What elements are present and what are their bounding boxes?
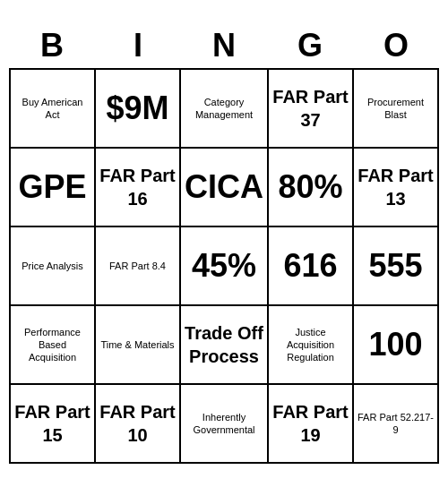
- header-letter-O: O: [353, 23, 439, 68]
- bingo-cell-r2-c3: CICA: [181, 149, 269, 227]
- bingo-grid: Buy American Act$9MCategory ManagementFA…: [9, 68, 439, 464]
- bingo-card: BINGO Buy American Act$9MCategory Manage…: [9, 23, 439, 464]
- bingo-cell-r3-c3: 45%: [181, 227, 269, 306]
- bingo-cell-r1-c2: $9M: [96, 70, 181, 149]
- bingo-cell-r2-c4: 80%: [269, 149, 354, 227]
- bingo-cell-r4-c3: Trade Off Process: [181, 306, 269, 385]
- bingo-cell-r3-c2: FAR Part 8.4: [96, 227, 181, 306]
- bingo-cell-r1-c5: Procurement Blast: [354, 70, 439, 149]
- bingo-cell-r3-c5: 555: [354, 227, 439, 306]
- bingo-cell-r5-c4: FAR Part 19: [269, 385, 354, 464]
- header-letter-I: I: [95, 23, 181, 68]
- bingo-cell-r1-c4: FAR Part 37: [269, 70, 354, 149]
- bingo-cell-r2-c2: FAR Part 16: [96, 149, 181, 227]
- bingo-cell-r3-c4: 616: [269, 227, 354, 306]
- bingo-cell-r4-c2: Time & Materials: [96, 306, 181, 385]
- header-letter-G: G: [267, 23, 353, 68]
- bingo-cell-r3-c1: Price Analysis: [11, 227, 96, 306]
- bingo-cell-r1-c1: Buy American Act: [11, 70, 96, 149]
- bingo-cell-r2-c5: FAR Part 13: [354, 149, 439, 227]
- header-letter-N: N: [181, 23, 267, 68]
- bingo-cell-r5-c2: FAR Part 10: [96, 385, 181, 464]
- bingo-cell-r5-c3: Inherently Governmental: [181, 385, 269, 464]
- bingo-cell-r5-c1: FAR Part 15: [11, 385, 96, 464]
- header-letter-B: B: [9, 23, 95, 68]
- bingo-cell-r4-c4: Justice Acquisition Regulation: [269, 306, 354, 385]
- bingo-cell-r4-c1: Performance Based Acquisition: [11, 306, 96, 385]
- bingo-header: BINGO: [9, 23, 439, 68]
- bingo-cell-r4-c5: 100: [354, 306, 439, 385]
- bingo-cell-r1-c3: Category Management: [181, 70, 269, 149]
- bingo-cell-r2-c1: GPE: [11, 149, 96, 227]
- bingo-cell-r5-c5: FAR Part 52.217-9: [354, 385, 439, 464]
